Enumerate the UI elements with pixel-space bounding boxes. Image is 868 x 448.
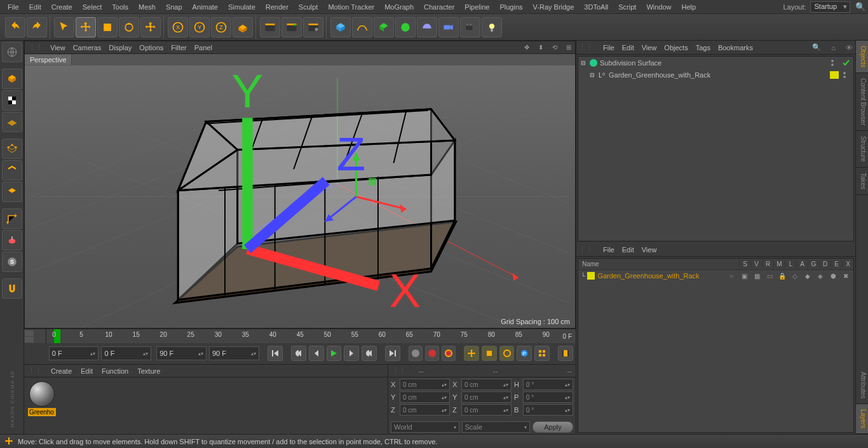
viewport-nav-icon[interactable]: ✥ (524, 44, 529, 51)
menu-character[interactable]: Character (419, 1, 459, 13)
menu-3dtoall[interactable]: 3DToAll (579, 1, 613, 13)
move-tool[interactable] (76, 17, 96, 37)
objects-menu-tags[interactable]: Tags (696, 44, 710, 51)
home-icon[interactable]: ⌂ (831, 44, 836, 51)
search-icon[interactable]: 🔍 (812, 43, 821, 51)
tab-takes[interactable]: Takes (856, 168, 868, 195)
material-menu-texture[interactable]: Texture (137, 367, 160, 375)
expand-icon[interactable]: ⊟ (590, 72, 596, 78)
layers-menu-edit[interactable]: Edit (622, 246, 634, 254)
coord-input[interactable]: 0 cm▴▾ (400, 391, 450, 403)
xref-icon[interactable]: ✖ (841, 273, 851, 280)
menu-tools[interactable]: Tools (107, 1, 133, 13)
frame-start-input[interactable]: 0 F▴▾ (49, 346, 99, 360)
render-view-button[interactable] (260, 17, 280, 37)
manager-icon[interactable]: ▭ (764, 273, 775, 280)
menu-animate[interactable]: Animate (187, 1, 223, 13)
expand-icon[interactable]: ⊟ (581, 60, 587, 66)
coord-scale-select[interactable]: Scale▾ (462, 421, 531, 433)
frame-max-input[interactable]: 90 F▴▾ (156, 346, 207, 360)
visibility-dots-icon[interactable] (842, 71, 851, 79)
axis-z-button[interactable]: Z (211, 17, 231, 37)
last-tool[interactable] (140, 17, 161, 37)
key-rot-button[interactable] (499, 346, 515, 361)
layer-name[interactable]: Garden_Greenhouse_with_Rack (597, 272, 724, 280)
render-settings-button[interactable] (303, 17, 323, 37)
axis-y-button[interactable]: Y (189, 17, 210, 37)
coord-input[interactable]: 0 cm▴▾ (461, 391, 512, 403)
layers-menu-file[interactable]: File (603, 246, 614, 254)
viewport-menu-options[interactable]: Options (139, 44, 163, 51)
tab-structure[interactable]: Structure (856, 131, 868, 168)
menu-pipeline[interactable]: Pipeline (459, 1, 494, 13)
key-scale-button[interactable] (482, 346, 497, 361)
menu-window[interactable]: Window (641, 1, 676, 13)
goto-end-button[interactable] (385, 346, 400, 361)
layers-menu-view[interactable]: View (642, 246, 657, 254)
object-tree[interactable]: ⊟ Subdivision Surface ⊟ L⁰ Garden_Greenh… (578, 56, 854, 241)
play-button[interactable] (327, 346, 342, 361)
visibility-dots-icon[interactable] (830, 59, 839, 67)
environment-button[interactable] (417, 17, 437, 37)
objects-menu-view[interactable]: View (642, 44, 657, 51)
menu-help[interactable]: Help (677, 1, 702, 13)
render-picture-button[interactable] (281, 17, 302, 37)
viewport-zoom-icon[interactable]: ⬍ (538, 44, 543, 51)
key-param-button[interactable]: P (517, 346, 532, 361)
enable-check-icon[interactable] (842, 59, 851, 67)
coord-input[interactable]: 0 cm▴▾ (461, 379, 512, 390)
camera-button[interactable] (438, 17, 459, 37)
layer-row[interactable]: └ Garden_Greenhouse_with_Rack ○ ▣ ▦ ▭ 🔒 … (578, 270, 853, 282)
scale-tool[interactable] (97, 17, 118, 37)
model-mode-button[interactable] (2, 69, 22, 89)
solo-icon[interactable]: ○ (726, 273, 736, 280)
keyframe-sel-button[interactable] (442, 346, 456, 361)
spline-button[interactable] (352, 17, 372, 37)
tweak-button[interactable] (2, 230, 22, 250)
edges-mode-button[interactable] (2, 160, 22, 180)
undo-button[interactable] (5, 17, 25, 37)
workplane-button[interactable] (2, 112, 22, 132)
gen-icon[interactable]: ◆ (803, 273, 813, 280)
points-mode-button[interactable] (2, 139, 22, 159)
next-key-button[interactable] (362, 346, 377, 361)
polys-mode-button[interactable] (2, 182, 22, 202)
material-menu-function[interactable]: Function (102, 367, 128, 375)
viewport-tab-perspective[interactable]: Perspective (25, 55, 72, 65)
axis-x-button[interactable]: X (168, 17, 188, 37)
texture-mode-button[interactable] (2, 90, 22, 111)
viewport-orbit-icon[interactable]: ⟲ (552, 44, 557, 51)
tab-content-browser[interactable]: Content Browser (856, 73, 868, 131)
viewport-menu-panel[interactable]: Panel (194, 44, 212, 51)
menu-mograph[interactable]: MoGraph (379, 1, 419, 13)
coord-system-button[interactable] (233, 17, 253, 37)
frame-end-input[interactable]: 90 F▴▾ (209, 346, 259, 360)
snap-button[interactable]: S (2, 252, 22, 272)
menu-simulate[interactable]: Simulate (223, 1, 261, 13)
tree-row-subdiv[interactable]: ⊟ Subdivision Surface (578, 57, 853, 69)
menu-file[interactable]: File (3, 1, 24, 13)
menu-render[interactable]: Render (261, 1, 294, 13)
axis-tool-button[interactable] (2, 208, 22, 229)
render-icon[interactable]: ▦ (752, 273, 762, 280)
objects-menu-file[interactable]: File (603, 44, 614, 51)
coord-input[interactable]: 0 cm▴▾ (461, 404, 512, 416)
menu-snap[interactable]: Snap (161, 1, 187, 13)
key-pos-button[interactable] (464, 346, 479, 361)
prev-frame-button[interactable] (309, 346, 324, 361)
objects-menu-objects[interactable]: Objects (664, 44, 688, 51)
film-button[interactable] (558, 346, 573, 361)
goto-start-button[interactable] (268, 346, 283, 361)
menu-create[interactable]: Create (46, 1, 78, 13)
rotate-tool[interactable] (119, 17, 139, 37)
menu-plugins[interactable]: Plugins (494, 1, 527, 13)
menu-vray-bridge[interactable]: V-Ray Bridge (528, 1, 580, 13)
objects-menu-edit[interactable]: Edit (622, 44, 634, 51)
coord-input[interactable]: 0 cm▴▾ (400, 404, 450, 416)
key-pla-button[interactable] (534, 346, 550, 361)
frame-min-input[interactable]: 0 F▴▾ (101, 346, 151, 360)
viewport-maximize-icon[interactable]: ⊞ (566, 44, 571, 51)
coord-input[interactable]: 0 °▴▾ (523, 404, 573, 416)
eye-icon[interactable]: 👁 (846, 44, 853, 51)
menu-mesh[interactable]: Mesh (133, 1, 161, 13)
